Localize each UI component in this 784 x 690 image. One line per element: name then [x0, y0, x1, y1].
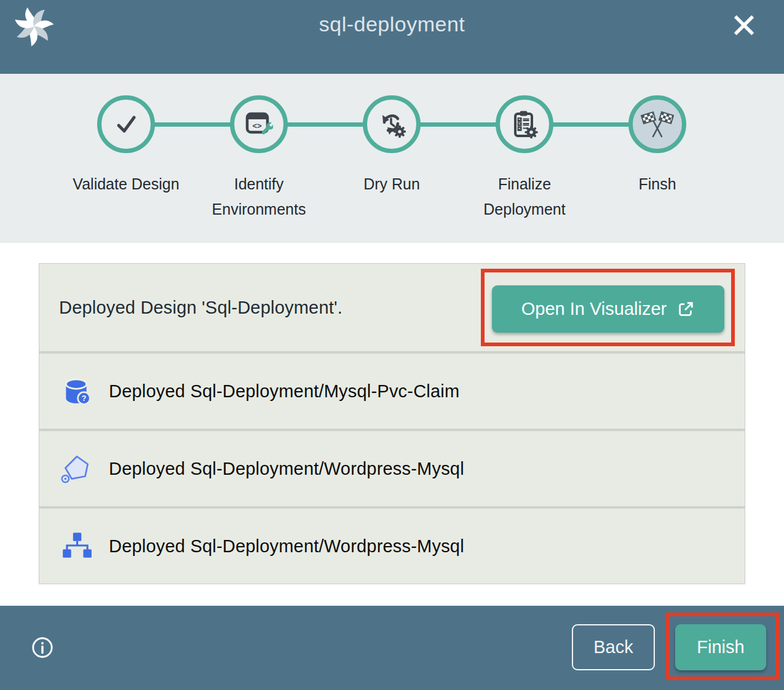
list-item-text: Deployed Sql-Deployment/Wordpress-Mysql	[109, 459, 464, 479]
svg-text:?: ?	[82, 394, 87, 403]
check-icon	[111, 109, 141, 139]
step-circle-validate-design[interactable]	[97, 95, 155, 153]
svg-text:<>: <>	[252, 121, 262, 130]
code-window-wrench-icon: <>	[245, 110, 273, 138]
step-circle-identify-environments[interactable]: <>	[230, 95, 288, 153]
step-finish: Finsh	[591, 95, 724, 221]
deployment-icon	[60, 529, 93, 563]
open-in-visualizer-button[interactable]: Open In Visualizer	[492, 285, 724, 333]
step-label: Validate Design	[73, 172, 179, 197]
step-label: Finsh	[638, 172, 676, 197]
list-item: ? Deployed Sql-Deployment/Mysql-Pvc-Clai…	[39, 354, 745, 429]
step-label: Finalize Deployment	[461, 172, 588, 221]
persistent-volume-claim-icon: ?	[60, 375, 93, 408]
external-link-icon	[676, 300, 695, 319]
dialog-title: sql-deployment	[0, 12, 784, 36]
step-label: Dry Run	[363, 172, 420, 197]
step-label: Identify Environments	[196, 172, 322, 221]
deployment-summary-text: Deployed Design 'Sql-Deployment'.	[59, 298, 343, 318]
sync-gear-icon	[377, 109, 406, 139]
finish-button[interactable]: Finish	[675, 624, 766, 670]
dialog-footer: Back Finish	[0, 606, 784, 690]
checkered-flags-icon	[641, 108, 674, 141]
step-finalize-deployment: Finalize Deployment	[458, 95, 591, 221]
deployment-results-list: Deployed Design 'Sql-Deployment'. Open I…	[39, 263, 745, 584]
step-dry-run: Dry Run	[325, 95, 458, 221]
info-icon[interactable]	[31, 636, 54, 659]
step-identify-environments: <> Identify Environments	[192, 95, 325, 221]
list-item-text: Deployed Sql-Deployment/Mysql-Pvc-Claim	[109, 381, 459, 402]
step-circle-dry-run[interactable]	[363, 95, 421, 153]
close-icon[interactable]	[730, 11, 758, 39]
list-item-text: Deployed Sql-Deployment/Wordpress-Mysql	[109, 536, 464, 557]
back-button[interactable]: Back	[572, 624, 655, 670]
dialog-header: sql-deployment	[0, 0, 784, 74]
step-validate-design: Validate Design	[60, 95, 192, 221]
list-item: Deployed Sql-Deployment/Wordpress-Mysql	[39, 431, 745, 506]
deployment-summary-row: Deployed Design 'Sql-Deployment'. Open I…	[39, 264, 745, 351]
wizard-stepper: Validate Design <> Identify Environments	[0, 74, 784, 243]
clipboard-gear-icon	[510, 110, 539, 138]
open-in-visualizer-label: Open In Visualizer	[521, 299, 667, 319]
list-item: Deployed Sql-Deployment/Wordpress-Mysql	[39, 509, 745, 584]
step-circle-finalize-deployment[interactable]	[496, 95, 553, 153]
step-circle-finish[interactable]	[628, 95, 686, 153]
service-icon	[60, 452, 93, 485]
